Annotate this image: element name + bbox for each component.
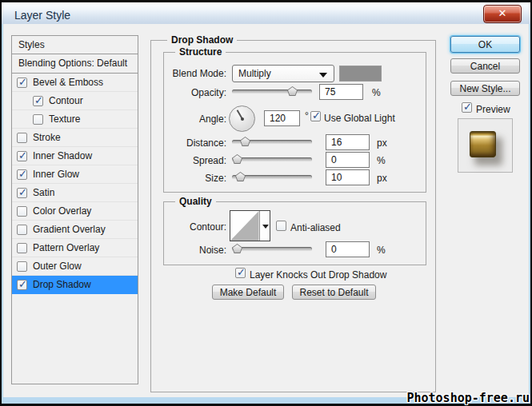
pattern-overlay-checkbox[interactable] — [17, 243, 27, 253]
spread-label: Spread: — [156, 155, 226, 166]
noise-slider-track[interactable] — [232, 247, 312, 251]
sidebar-item-color-overlay[interactable]: Color Overlay — [12, 202, 138, 221]
preview-label: Preview — [476, 104, 510, 115]
sidebar-item-blending-options[interactable]: Blending Options: Default — [12, 54, 138, 74]
make-default-button[interactable]: Make Default — [212, 285, 284, 300]
sidebar-item-label: Inner Glow — [33, 169, 79, 180]
layer-knocks-out-label: Layer Knocks Out Drop Shadow — [250, 269, 386, 281]
noise-unit: % — [377, 245, 386, 256]
sidebar-item-texture[interactable]: Texture — [12, 110, 138, 129]
sidebar-item-label: Gradient Overlay — [33, 224, 106, 235]
contour-thumbnail-icon — [230, 211, 259, 241]
structure-legend: Structure — [175, 46, 226, 58]
layer-knocks-out-checkbox[interactable] — [235, 268, 246, 278]
sidebar-item-satin[interactable]: Satin — [12, 184, 138, 202]
opacity-label: Opacity: — [156, 87, 226, 98]
size-label: Size: — [156, 173, 226, 184]
watermark: Photoshop-free.ru — [406, 391, 530, 405]
opacity-slider-track[interactable] — [232, 90, 312, 94]
size-input[interactable] — [326, 169, 370, 185]
close-icon: ✕ — [498, 7, 507, 19]
contour-picker[interactable] — [230, 210, 270, 241]
sidebar-item-bevel-emboss[interactable]: Bevel & Emboss — [12, 74, 138, 92]
bevel-emboss-checkbox[interactable] — [17, 78, 27, 88]
sidebar-item-label: Drop Shadow — [33, 279, 91, 290]
angle-label: Angle: — [156, 113, 226, 125]
sidebar-item-label: Color Overlay — [33, 205, 91, 217]
noise-input[interactable] — [326, 241, 370, 257]
noise-slider[interactable] — [232, 244, 312, 254]
blend-mode-value: Multiply — [238, 68, 271, 79]
blend-mode-label: Blend Mode: — [156, 68, 226, 79]
style-preview-thumbnail — [470, 131, 496, 157]
quality-group: Quality — [163, 201, 426, 265]
title-bar[interactable]: Layer Style — [2, 2, 530, 25]
sidebar-item-stroke[interactable]: Stroke — [12, 129, 138, 147]
contour-checkbox[interactable] — [33, 96, 43, 106]
new-style-button[interactable]: New Style... — [450, 81, 520, 96]
shadow-color-swatch[interactable] — [339, 66, 382, 82]
opacity-slider[interactable] — [232, 86, 312, 97]
opacity-input[interactable] — [319, 84, 363, 100]
inner-shadow-checkbox[interactable] — [17, 151, 27, 161]
sidebar-item-drop-shadow[interactable]: Drop Shadow — [12, 276, 138, 294]
reset-to-default-button[interactable]: Reset to Default — [292, 285, 376, 300]
styles-header: Styles — [12, 36, 138, 54]
chevron-down-icon — [319, 73, 327, 78]
noise-label: Noise: — [156, 245, 226, 256]
spread-slider[interactable] — [232, 154, 312, 165]
stroke-checkbox[interactable] — [17, 133, 27, 143]
use-global-light-checkbox[interactable] — [310, 111, 321, 121]
contour-label: Contour: — [156, 221, 226, 233]
close-button[interactable]: ✕ — [483, 5, 522, 23]
spread-slider-thumb[interactable] — [232, 154, 242, 164]
sidebar-item-label: Outer Glow — [33, 261, 82, 272]
noise-slider-thumb[interactable] — [232, 244, 242, 253]
angle-unit: ° — [305, 110, 309, 121]
distance-input[interactable] — [326, 134, 370, 150]
sidebar-item-pattern-overlay[interactable]: Pattern Overlay — [12, 239, 138, 257]
distance-slider[interactable] — [232, 137, 312, 147]
gradient-overlay-checkbox[interactable] — [17, 225, 27, 235]
sidebar-item-contour[interactable]: Contour — [12, 92, 138, 110]
inner-glow-checkbox[interactable] — [17, 169, 27, 180]
color-overlay-checkbox[interactable] — [17, 206, 27, 217]
preview-checkbox[interactable] — [462, 102, 472, 113]
angle-input[interactable] — [264, 110, 300, 126]
opacity-slider-thumb[interactable] — [287, 86, 298, 96]
cancel-button[interactable]: Cancel — [450, 58, 520, 74]
ok-button[interactable]: OK — [450, 36, 520, 53]
size-unit: px — [377, 173, 387, 184]
anti-aliased-checkbox[interactable] — [276, 221, 286, 231]
angle-dial[interactable] — [229, 105, 255, 132]
angle-dial-center — [241, 117, 244, 121]
anti-aliased-label: Anti-aliased — [290, 222, 341, 233]
opacity-unit: % — [372, 87, 381, 98]
size-slider-thumb[interactable] — [235, 172, 246, 181]
drop-shadow-checkbox[interactable] — [17, 280, 27, 290]
sidebar-item-inner-shadow[interactable]: Inner Shadow — [12, 147, 138, 165]
sidebar-item-gradient-overlay[interactable]: Gradient Overlay — [12, 221, 138, 239]
spread-slider-track[interactable] — [232, 157, 312, 161]
sidebar-item-label: Stroke — [33, 132, 61, 143]
spread-input[interactable] — [326, 152, 370, 168]
sidebar-item-label: Satin — [33, 187, 54, 198]
outer-glow-checkbox[interactable] — [17, 261, 27, 272]
distance-slider-thumb[interactable] — [240, 137, 250, 146]
layer-style-dialog: Layer Style ✕ Styles Blending Options: D… — [0, 0, 532, 406]
texture-checkbox[interactable] — [33, 114, 43, 125]
sidebar-item-label: Contour — [49, 95, 83, 106]
contour-dropdown-arrow[interactable] — [259, 211, 270, 241]
satin-checkbox[interactable] — [17, 188, 27, 198]
size-slider[interactable] — [232, 172, 312, 182]
styles-panel: Styles Blending Options: Default Bevel &… — [11, 35, 138, 384]
sidebar-item-inner-glow[interactable]: Inner Glow — [12, 165, 138, 184]
spread-unit: % — [377, 155, 386, 166]
sidebar-item-label: Bevel & Emboss — [33, 77, 103, 88]
sidebar-item-label: Inner Shadow — [33, 150, 92, 161]
sidebar-item-outer-glow[interactable]: Outer Glow — [12, 257, 138, 276]
blend-mode-dropdown[interactable]: Multiply — [232, 65, 334, 82]
window-title: Layer Style — [14, 9, 70, 22]
use-global-light-label: Use Global Light — [324, 113, 395, 124]
style-preview-box — [458, 118, 513, 173]
